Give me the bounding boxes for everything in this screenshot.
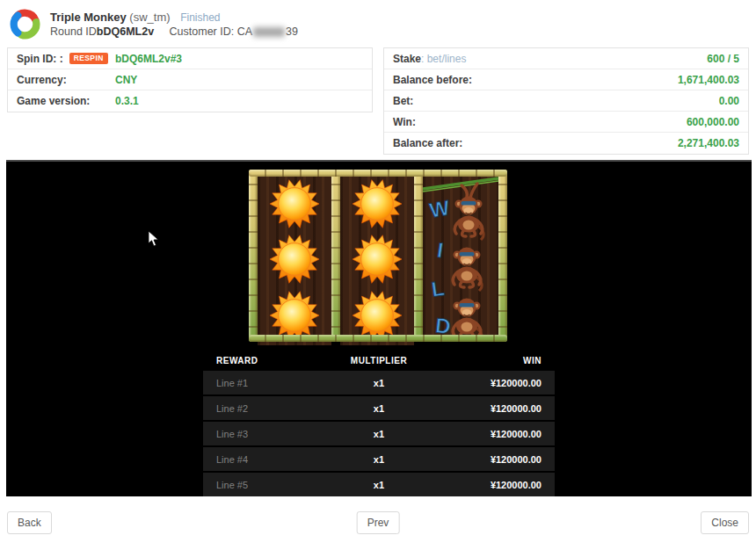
customer-id-label: Customer ID: [170,25,235,38]
game-code: (sw_tm) [129,11,170,24]
balance-after-value: 2,271,400.03 [678,137,739,149]
win-row: Win: 600,000.00 [384,112,748,133]
win-column-header: WIN [433,356,542,365]
reward-line-label: Line #5 [216,480,324,490]
footer: Back Prev Close [7,511,749,534]
reward-column-header: REWARD [216,356,324,365]
balance-before-value: 1,671,400.03 [678,74,739,86]
sun-symbol [352,234,403,285]
customer-id-suffix: 39 [286,25,298,38]
reward-row: Line #2 x1 ¥120000.00 [203,396,555,420]
balance-before-label: Balance before: [393,74,472,86]
slot-reel-2 [340,173,414,345]
bamboo-frame-bar [331,170,340,342]
game-version-row: Game version: 0.3.1 [8,90,372,112]
sun-symbol [269,290,320,341]
bet-label: Bet: [393,95,413,107]
currency-value: CNY [115,74,137,86]
reward-row: Line #3 x1 ¥120000.00 [203,422,555,445]
round-id-value: bDQ6ML2v [97,25,154,38]
win-label: Win: [393,116,416,128]
balance-info-table: Stake : bet/lines 600 / 5 Balance before… [383,47,749,155]
customer-id-redacted [253,27,285,37]
win-value: 600,000.00 [687,116,739,128]
bamboo-frame-bar [249,170,258,342]
reward-win: ¥120000.00 [433,480,542,490]
balance-before-row: Balance before: 1,671,400.03 [384,69,748,90]
reward-win: ¥120000.00 [433,378,542,388]
brand-logo-icon [9,8,41,40]
bamboo-frame-bar [414,170,423,342]
currency-row: Currency: CNY [8,69,372,90]
game-screenshot: W I L D REWARD MULTIPLIER WIN Line #1 x1… [6,160,752,496]
prev-button[interactable]: Prev [357,511,400,534]
header: Triple Monkey (sw_tm) Finished Round IDb… [0,0,756,46]
balance-after-label: Balance after: [393,137,462,149]
info-section: Spin ID: : RESPIN bDQ6ML2v#3 Currency: C… [0,47,756,155]
stake-label: Stake [393,53,421,65]
spin-id-value: bDQ6ML2v#3 [115,53,182,65]
reward-multiplier: x1 [324,454,433,465]
customer-id-prefix: CA [237,25,252,38]
reward-win: ¥120000.00 [433,454,542,465]
spin-info-table: Spin ID: : RESPIN bDQ6ML2v#3 Currency: C… [7,47,373,112]
mouse-cursor-icon [148,230,160,248]
reward-line-label: Line #4 [216,454,324,465]
wild-letter: I [436,238,445,263]
reward-row: Line #4 x1 ¥120000.00 [203,447,555,471]
round-id-label: Round ID [50,25,97,38]
wild-monkey-symbol: W I L D [423,173,498,338]
close-button[interactable]: Close [701,511,749,534]
spin-id-row: Spin ID: : RESPIN bDQ6ML2v#3 [8,48,372,69]
game-title-line: Triple Monkey (sw_tm) Finished [50,11,298,24]
stake-sublabel: : bet/lines [421,53,466,65]
slot-machine: W I L D [249,170,507,342]
multiplier-column-header: MULTIPLIER [324,356,433,365]
bamboo-frame-bar [249,170,507,177]
reward-win: ¥120000.00 [433,429,542,439]
back-button[interactable]: Back [7,511,52,534]
reward-line-label: Line #3 [216,429,324,439]
reward-row: Line #5 x1 ¥120000.00 [203,473,555,496]
reward-win: ¥120000.00 [433,403,542,414]
slot-reel-3: W I L D [423,173,498,338]
wild-letter: W [427,195,451,222]
reward-line-label: Line #2 [216,403,324,414]
wild-letter: L [430,276,446,301]
round-review-page: Triple Monkey (sw_tm) Finished Round IDb… [0,0,756,534]
slot-reel-1 [258,173,331,345]
stake-row: Stake : bet/lines 600 / 5 [384,48,748,69]
spin-id-label: Spin ID: : [17,53,63,65]
reward-multiplier: x1 [324,480,433,490]
currency-label: Currency: [17,74,67,86]
reward-table-header: REWARD MULTIPLIER WIN [203,350,555,371]
reward-table: REWARD MULTIPLIER WIN Line #1 x1 ¥120000… [203,350,555,496]
bamboo-frame-bar [498,170,507,342]
reward-multiplier: x1 [324,429,433,439]
sun-symbol [352,178,403,229]
reward-line-label: Line #1 [216,378,324,388]
sun-symbol [352,290,403,341]
bet-value: 0.00 [719,95,739,107]
stake-value: 600 / 5 [707,53,739,65]
sun-symbol [269,178,320,229]
balance-after-row: Balance after: 2,271,400.03 [384,133,748,154]
reward-row: Line #1 x1 ¥120000.00 [203,371,555,394]
game-name: Triple Monkey [50,11,127,24]
bet-row: Bet: 0.00 [384,90,748,112]
bamboo-frame-bar [249,335,507,342]
round-status: Finished [180,11,220,24]
reward-multiplier: x1 [324,378,433,388]
round-info-line: Round IDbDQ6ML2v Customer ID: CA39 [50,25,298,38]
sun-symbol [269,234,320,285]
reward-multiplier: x1 [324,403,433,414]
game-version-value: 0.3.1 [115,95,139,107]
respin-badge: RESPIN [69,53,108,64]
game-version-label: Game version: [17,95,90,107]
